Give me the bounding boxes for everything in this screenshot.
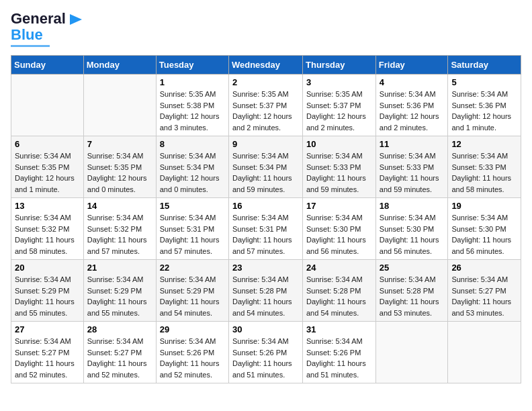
calendar-cell: 12Sunrise: 5:34 AM Sunset: 5:33 PM Dayli… <box>448 136 521 198</box>
day-detail: Sunrise: 5:34 AM Sunset: 5:32 PM Dayligh… <box>15 212 80 257</box>
calendar-cell: 15Sunrise: 5:34 AM Sunset: 5:31 PM Dayli… <box>156 198 228 260</box>
calendar-cell: 25Sunrise: 5:34 AM Sunset: 5:28 PM Dayli… <box>375 260 448 322</box>
day-detail: Sunrise: 5:34 AM Sunset: 5:30 PM Dayligh… <box>380 212 445 257</box>
calendar-cell: 1Sunrise: 5:35 AM Sunset: 5:38 PM Daylig… <box>156 75 228 136</box>
column-header-friday: Friday <box>375 56 448 75</box>
day-detail: Sunrise: 5:34 AM Sunset: 5:28 PM Dayligh… <box>306 274 372 318</box>
calendar-cell: 16Sunrise: 5:34 AM Sunset: 5:31 PM Dayli… <box>228 198 302 260</box>
calendar-cell: 11Sunrise: 5:34 AM Sunset: 5:33 PM Dayli… <box>375 136 448 198</box>
day-number: 21 <box>87 263 152 273</box>
day-number: 4 <box>380 77 445 87</box>
day-detail: Sunrise: 5:34 AM Sunset: 5:31 PM Dayligh… <box>232 212 299 257</box>
day-number: 2 <box>232 77 299 87</box>
day-number: 31 <box>306 324 372 334</box>
logo: General Blue <box>11 11 82 47</box>
column-header-saturday: Saturday <box>448 56 521 75</box>
page-header: General Blue <box>11 11 521 47</box>
day-detail: Sunrise: 5:34 AM Sunset: 5:26 PM Dayligh… <box>306 336 372 380</box>
day-number: 5 <box>451 77 517 87</box>
day-number: 20 <box>15 263 80 273</box>
column-header-thursday: Thursday <box>303 56 376 75</box>
svg-marker-0 <box>70 14 82 25</box>
calendar-cell: 13Sunrise: 5:34 AM Sunset: 5:32 PM Dayli… <box>11 198 84 260</box>
calendar-cell: 30Sunrise: 5:34 AM Sunset: 5:26 PM Dayli… <box>228 322 302 383</box>
calendar-week-row: 27Sunrise: 5:34 AM Sunset: 5:27 PM Dayli… <box>11 322 521 383</box>
calendar-cell <box>83 75 156 136</box>
day-detail: Sunrise: 5:35 AM Sunset: 5:37 PM Dayligh… <box>232 89 299 133</box>
logo-text: General <box>11 11 82 27</box>
day-detail: Sunrise: 5:34 AM Sunset: 5:30 PM Dayligh… <box>451 212 517 257</box>
column-header-monday: Monday <box>83 56 156 75</box>
day-detail: Sunrise: 5:34 AM Sunset: 5:29 PM Dayligh… <box>160 274 225 318</box>
day-number: 24 <box>306 263 372 273</box>
calendar-cell: 26Sunrise: 5:34 AM Sunset: 5:27 PM Dayli… <box>448 260 521 322</box>
day-number: 22 <box>160 263 225 273</box>
calendar-cell: 17Sunrise: 5:34 AM Sunset: 5:30 PM Dayli… <box>303 198 376 260</box>
day-detail: Sunrise: 5:34 AM Sunset: 5:31 PM Dayligh… <box>160 212 225 257</box>
calendar-cell: 3Sunrise: 5:35 AM Sunset: 5:37 PM Daylig… <box>303 75 376 136</box>
day-detail: Sunrise: 5:34 AM Sunset: 5:27 PM Dayligh… <box>15 336 80 380</box>
day-number: 19 <box>451 201 517 211</box>
calendar-cell: 21Sunrise: 5:34 AM Sunset: 5:29 PM Dayli… <box>83 260 156 322</box>
calendar-cell: 8Sunrise: 5:34 AM Sunset: 5:34 PM Daylig… <box>156 136 228 198</box>
calendar-cell: 14Sunrise: 5:34 AM Sunset: 5:32 PM Dayli… <box>83 198 156 260</box>
day-number: 30 <box>232 324 299 334</box>
day-number: 12 <box>451 139 517 149</box>
day-detail: Sunrise: 5:34 AM Sunset: 5:28 PM Dayligh… <box>380 274 445 318</box>
day-detail: Sunrise: 5:34 AM Sunset: 5:27 PM Dayligh… <box>451 274 517 318</box>
day-detail: Sunrise: 5:34 AM Sunset: 5:26 PM Dayligh… <box>160 336 225 380</box>
calendar-week-row: 1Sunrise: 5:35 AM Sunset: 5:38 PM Daylig… <box>11 75 521 136</box>
day-number: 29 <box>160 324 225 334</box>
calendar-cell: 9Sunrise: 5:34 AM Sunset: 5:34 PM Daylig… <box>228 136 302 198</box>
calendar-week-row: 20Sunrise: 5:34 AM Sunset: 5:29 PM Dayli… <box>11 260 521 322</box>
calendar-cell: 7Sunrise: 5:34 AM Sunset: 5:35 PM Daylig… <box>83 136 156 198</box>
calendar-table: SundayMondayTuesdayWednesdayThursdayFrid… <box>11 55 521 383</box>
day-number: 16 <box>232 201 299 211</box>
day-detail: Sunrise: 5:34 AM Sunset: 5:33 PM Dayligh… <box>451 150 517 195</box>
day-detail: Sunrise: 5:35 AM Sunset: 5:38 PM Dayligh… <box>160 89 225 133</box>
column-header-wednesday: Wednesday <box>228 56 302 75</box>
day-detail: Sunrise: 5:34 AM Sunset: 5:36 PM Dayligh… <box>380 89 445 133</box>
calendar-cell: 29Sunrise: 5:34 AM Sunset: 5:26 PM Dayli… <box>156 322 228 383</box>
day-number: 3 <box>306 77 372 87</box>
day-number: 9 <box>232 139 299 149</box>
day-detail: Sunrise: 5:34 AM Sunset: 5:32 PM Dayligh… <box>87 212 152 257</box>
day-number: 8 <box>160 139 225 149</box>
day-detail: Sunrise: 5:34 AM Sunset: 5:28 PM Dayligh… <box>232 274 299 318</box>
calendar-cell: 24Sunrise: 5:34 AM Sunset: 5:28 PM Dayli… <box>303 260 376 322</box>
calendar-cell <box>375 322 448 383</box>
calendar-cell: 10Sunrise: 5:34 AM Sunset: 5:33 PM Dayli… <box>303 136 376 198</box>
calendar-cell: 27Sunrise: 5:34 AM Sunset: 5:27 PM Dayli… <box>11 322 84 383</box>
day-detail: Sunrise: 5:34 AM Sunset: 5:33 PM Dayligh… <box>380 150 445 195</box>
day-number: 28 <box>87 324 152 334</box>
calendar-header-row: SundayMondayTuesdayWednesdayThursdayFrid… <box>11 56 521 75</box>
day-number: 23 <box>232 263 299 273</box>
day-detail: Sunrise: 5:35 AM Sunset: 5:37 PM Dayligh… <box>306 89 372 133</box>
day-detail: Sunrise: 5:34 AM Sunset: 5:33 PM Dayligh… <box>306 150 372 195</box>
calendar-cell: 2Sunrise: 5:35 AM Sunset: 5:37 PM Daylig… <box>228 75 302 136</box>
day-number: 1 <box>160 77 225 87</box>
day-detail: Sunrise: 5:34 AM Sunset: 5:34 PM Dayligh… <box>160 150 225 195</box>
day-detail: Sunrise: 5:34 AM Sunset: 5:26 PM Dayligh… <box>232 336 299 380</box>
day-number: 17 <box>306 201 372 211</box>
day-number: 11 <box>380 139 445 149</box>
day-number: 7 <box>87 139 152 149</box>
day-number: 10 <box>306 139 372 149</box>
calendar-cell: 23Sunrise: 5:34 AM Sunset: 5:28 PM Dayli… <box>228 260 302 322</box>
calendar-cell: 28Sunrise: 5:34 AM Sunset: 5:27 PM Dayli… <box>83 322 156 383</box>
day-detail: Sunrise: 5:34 AM Sunset: 5:27 PM Dayligh… <box>87 336 152 380</box>
day-number: 14 <box>87 201 152 211</box>
calendar-cell: 18Sunrise: 5:34 AM Sunset: 5:30 PM Dayli… <box>375 198 448 260</box>
calendar-cell <box>11 75 84 136</box>
calendar-cell: 5Sunrise: 5:34 AM Sunset: 5:36 PM Daylig… <box>448 75 521 136</box>
calendar-week-row: 6Sunrise: 5:34 AM Sunset: 5:35 PM Daylig… <box>11 136 521 198</box>
day-number: 18 <box>380 201 445 211</box>
day-detail: Sunrise: 5:34 AM Sunset: 5:30 PM Dayligh… <box>306 212 372 257</box>
calendar-cell: 19Sunrise: 5:34 AM Sunset: 5:30 PM Dayli… <box>448 198 521 260</box>
day-number: 25 <box>380 263 445 273</box>
day-detail: Sunrise: 5:34 AM Sunset: 5:36 PM Dayligh… <box>451 89 517 133</box>
logo-blue-text: Blue <box>11 27 43 43</box>
calendar-cell: 6Sunrise: 5:34 AM Sunset: 5:35 PM Daylig… <box>11 136 84 198</box>
logo-underline <box>11 45 50 47</box>
column-header-tuesday: Tuesday <box>156 56 228 75</box>
